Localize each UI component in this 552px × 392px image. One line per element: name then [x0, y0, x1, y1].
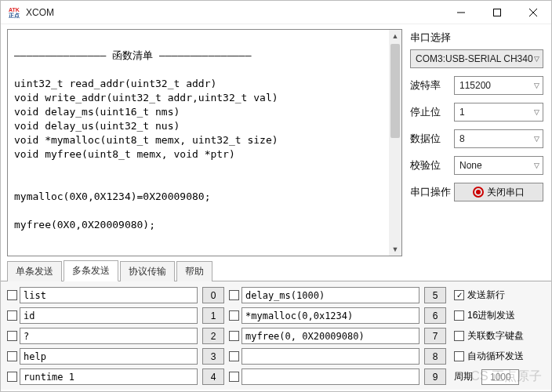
row-checkbox[interactable] [229, 310, 239, 321]
data-select[interactable]: 8▽ [454, 129, 543, 148]
send-button-7[interactable]: 7 [424, 328, 446, 344]
send-button-1[interactable]: 1 [202, 307, 224, 324]
send-input-1[interactable]: id [20, 307, 198, 324]
send-input-7[interactable]: myfree(0, 0X20009080) [242, 328, 419, 344]
stop-label: 停止位 [410, 105, 454, 119]
minimize-button[interactable] [443, 1, 479, 24]
terminal-panel: ——————————————— 函数清单 ——————————————— uin… [7, 29, 402, 256]
row-checkbox[interactable] [229, 290, 239, 300]
window-title: XCOM [26, 7, 54, 18]
record-icon [473, 187, 484, 198]
tab-help[interactable]: 帮助 [176, 261, 212, 281]
tab-multi-send[interactable]: 多条发送 [64, 260, 118, 281]
left-buttons: 0 1 2 3 4 [202, 286, 224, 388]
row-checkbox[interactable] [7, 331, 17, 341]
send-button-6[interactable]: 6 [424, 307, 446, 324]
send-button-2[interactable]: 2 [202, 328, 224, 344]
send-button-0[interactable]: 0 [202, 287, 224, 303]
right-buttons: 5 6 7 8 9 [424, 286, 446, 388]
baud-select[interactable]: 115200▽ [454, 76, 543, 95]
chevron-down-icon: ▽ [534, 162, 539, 169]
newline-checkbox[interactable]: ✓ [454, 290, 464, 300]
send-input-3[interactable]: help [20, 348, 198, 365]
maximize-button[interactable] [479, 1, 515, 24]
send-tabs: 单条发送 多条发送 协议传输 帮助 [1, 261, 551, 281]
data-label: 数据位 [410, 132, 454, 146]
scroll-down-icon[interactable]: ▼ [389, 243, 401, 256]
serial-settings-panel: 串口选择 COM3:USB-SERIAL CH340▽ 波特率115200▽ 停… [405, 24, 551, 260]
send-button-8[interactable]: 8 [424, 348, 446, 365]
row-checkbox[interactable] [229, 372, 239, 382]
terminal-output[interactable]: ——————————————— 函数清单 ——————————————— uin… [8, 30, 389, 256]
row-checkbox[interactable] [7, 351, 17, 361]
window-controls [443, 1, 551, 24]
scroll-up-icon[interactable]: ▲ [389, 30, 401, 42]
stop-select[interactable]: 1▽ [454, 103, 543, 122]
send-input-0[interactable]: list [20, 287, 198, 303]
terminal-scrollbar[interactable]: ▲ ▼ [389, 30, 401, 256]
row-checkbox[interactable] [7, 290, 17, 300]
period-input[interactable]: 1000 [481, 369, 519, 385]
send-input-2[interactable]: ? [20, 328, 198, 344]
newline-label: 发送新行 [467, 289, 505, 302]
port-select[interactable]: COM3:USB-SERIAL CH340▽ [410, 49, 543, 68]
scroll-thumb[interactable] [390, 44, 400, 138]
chevron-down-icon: ▽ [534, 135, 539, 143]
send-button-3[interactable]: 3 [202, 348, 224, 365]
svg-rect-1 [494, 9, 501, 16]
autoloop-checkbox[interactable] [454, 351, 464, 361]
parity-label: 校验位 [410, 158, 454, 172]
tab-single-send[interactable]: 单条发送 [7, 261, 62, 281]
numpad-checkbox[interactable] [454, 331, 464, 341]
send-input-8[interactable] [242, 348, 419, 365]
send-input-6[interactable]: *mymalloc(0,0x1234) [242, 307, 419, 324]
send-button-5[interactable]: 5 [424, 287, 446, 303]
send-input-4[interactable]: runtime 1 [20, 368, 198, 385]
send-input-5[interactable]: delay_ms(1000) [242, 287, 419, 303]
op-label: 串口操作 [410, 185, 454, 199]
close-button[interactable] [515, 1, 551, 24]
parity-select[interactable]: None▽ [454, 156, 543, 175]
chevron-down-icon: ▽ [534, 82, 539, 89]
numpad-label: 关联数字键盘 [467, 329, 524, 343]
multi-send-grid: list id ? help runtime 1 0 1 2 3 4 delay… [1, 281, 551, 390]
baud-label: 波特率 [410, 78, 454, 93]
row-checkbox[interactable] [229, 331, 239, 341]
main-area: ——————————————— 函数清单 ——————————————— uin… [1, 24, 551, 260]
autoloop-label: 自动循环发送 [467, 350, 524, 363]
close-port-button[interactable]: 关闭串口 [454, 183, 543, 201]
titlebar: ATK正点 XCOM [1, 1, 551, 24]
hex-label: 16进制发送 [467, 309, 515, 322]
chevron-down-icon: ▽ [534, 108, 539, 116]
serial-select-label: 串口选择 [410, 31, 543, 45]
row-checkbox[interactable] [229, 351, 239, 361]
left-inputs: list id ? help runtime 1 [7, 286, 198, 388]
right-inputs: delay_ms(1000) *mymalloc(0,0x1234) myfre… [229, 286, 419, 388]
app-logo: ATK正点 [7, 5, 21, 20]
row-checkbox[interactable] [7, 372, 17, 382]
tab-protocol[interactable]: 协议传输 [120, 261, 175, 281]
send-button-4[interactable]: 4 [202, 368, 224, 385]
hex-checkbox[interactable] [454, 310, 464, 321]
send-button-9[interactable]: 9 [424, 368, 446, 385]
send-input-9[interactable] [242, 368, 419, 385]
row-checkbox[interactable] [7, 310, 17, 321]
chevron-down-icon: ▽ [534, 55, 539, 63]
send-options: ✓发送新行 16进制发送 关联数字键盘 自动循环发送 周期 1000 [451, 286, 545, 388]
period-label: 周期 [454, 370, 473, 383]
